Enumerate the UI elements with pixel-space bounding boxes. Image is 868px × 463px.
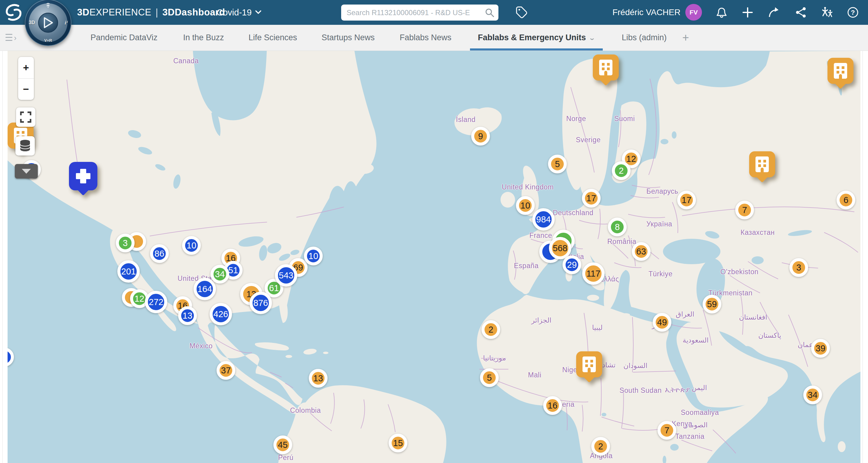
search-input[interactable] <box>341 4 498 21</box>
map-country-label: پاکستان <box>758 331 781 340</box>
cluster-marker[interactable]: 7 <box>735 201 754 220</box>
search-icon[interactable] <box>485 7 495 18</box>
layers-button[interactable] <box>16 136 35 155</box>
add-tab-button[interactable]: + <box>682 25 689 51</box>
cluster-marker[interactable]: 3 <box>789 258 808 277</box>
cluster-count: 86 <box>155 249 164 259</box>
cluster-count: 10 <box>521 201 530 211</box>
map-country-label: Deutschland <box>553 209 593 217</box>
fablab-pin[interactable] <box>828 58 854 84</box>
cluster-marker[interactable]: 5 <box>548 155 567 173</box>
user-name[interactable]: Frédéric VACHER <box>581 0 681 25</box>
cluster-count: 9 <box>478 131 483 141</box>
cluster-marker[interactable]: 13 <box>178 306 197 325</box>
pin-body <box>749 151 775 177</box>
share-nodes-icon[interactable] <box>794 5 808 20</box>
cluster-marker[interactable]: 10 <box>182 236 201 255</box>
compass-ii-label: iⁱ <box>65 20 67 26</box>
panel-toggle-icon[interactable]: › <box>5 33 19 43</box>
cluster-count: 3 <box>796 263 801 273</box>
cluster-marker[interactable]: 17 <box>582 189 601 208</box>
chevron-down-icon[interactable]: ⌄ <box>589 34 595 41</box>
cluster-marker[interactable]: 29 <box>562 255 581 274</box>
brand-dashboard: 3DDashboard <box>162 7 225 18</box>
bell-icon[interactable] <box>714 5 729 20</box>
tab-fablabs-emergency-units[interactable]: Fablabs & Emergency Units⌄ <box>478 25 595 51</box>
tab-pandemic-dataviz[interactable]: Pandemic DataViz <box>90 25 158 51</box>
emergency-unit-pin[interactable] <box>69 162 97 190</box>
fullscreen-button[interactable] <box>16 108 35 127</box>
map-country-label: Canada <box>173 57 199 65</box>
tab-fablabs-news[interactable]: Fablabs News <box>400 25 451 51</box>
fablab-pin[interactable] <box>749 151 775 177</box>
community-icon[interactable] <box>819 5 834 20</box>
cluster-marker[interactable]: 2 <box>591 437 610 456</box>
cluster-count: 8 <box>615 222 620 232</box>
map-country-label: Suomi <box>614 115 635 123</box>
tab-label: Life Sciences <box>249 33 297 42</box>
cluster-marker[interactable]: 16 <box>543 396 562 415</box>
cluster-marker[interactable]: 3 <box>116 234 134 252</box>
cluster-marker[interactable]: 9 <box>471 127 490 146</box>
cluster-marker[interactable]: 2 <box>482 320 500 339</box>
tab-in-the-buzz[interactable]: In the Buzz <box>183 25 224 51</box>
avatar[interactable]: FV <box>685 4 702 21</box>
cluster-marker[interactable]: 543 <box>275 264 297 287</box>
cluster-marker[interactable]: 34 <box>211 265 229 284</box>
3ds-logo[interactable] <box>4 2 24 22</box>
tag-icon[interactable] <box>514 5 529 20</box>
widget-edge-line-right <box>863 51 863 463</box>
cluster-count: 3 <box>123 238 128 248</box>
cluster-marker[interactable]: 117 <box>582 262 604 285</box>
fablab-pin[interactable] <box>593 55 619 81</box>
map-country-label: Казахстан <box>740 229 775 237</box>
zoom-in-button[interactable]: + <box>18 57 34 79</box>
zoom-out-button[interactable]: − <box>18 79 34 100</box>
cluster-marker[interactable]: 37 <box>217 361 235 380</box>
help-icon[interactable]: ? <box>846 5 860 20</box>
3dexperience-compass[interactable]: 3D iⁱ V+R <box>25 0 71 46</box>
cluster-marker[interactable]: 10 <box>516 196 535 215</box>
cluster-marker[interactable]: 272 <box>145 291 167 313</box>
cluster-marker[interactable]: 13 <box>309 369 328 388</box>
map-country-label: México <box>190 342 213 350</box>
dashboard-selector[interactable]: Covid-19 <box>217 0 261 25</box>
compass-play[interactable] <box>38 13 58 33</box>
tab-label: Fablabs & Emergency Units <box>478 33 586 42</box>
fablab-pin[interactable] <box>576 351 602 377</box>
tab-startups-news[interactable]: Startups News <box>321 25 375 51</box>
cluster-marker[interactable]: 984 <box>532 208 555 231</box>
cluster-marker[interactable]: 876 <box>249 292 272 314</box>
cluster-marker[interactable]: 201 <box>117 260 140 283</box>
collapse-panel-button[interactable] <box>15 164 38 178</box>
map-country-label: Perú <box>278 454 294 462</box>
dashboard-tab-bar: › Pandemic DataVizIn the BuzzLife Scienc… <box>0 25 868 51</box>
map-country-label: Україна <box>646 220 672 228</box>
tab-label: In the Buzz <box>183 33 224 42</box>
cluster-marker[interactable]: 39 <box>811 339 830 358</box>
cluster-marker[interactable]: 6 <box>837 191 855 209</box>
add-icon[interactable] <box>740 5 755 20</box>
cluster-count: 7 <box>742 205 747 215</box>
cluster-marker[interactable]: 15 <box>389 434 407 453</box>
cluster-marker[interactable]: 63 <box>632 242 651 261</box>
cluster-marker[interactable]: 2 <box>612 161 630 180</box>
cluster-marker[interactable]: 45 <box>273 435 292 454</box>
cluster-marker[interactable]: 86 <box>150 244 169 263</box>
cluster-marker[interactable]: 164 <box>193 278 216 300</box>
fablabs-map[interactable]: + − CanadaÍslandNorgeSuomiSverigeUnited … <box>7 51 861 463</box>
share-arrow-icon[interactable] <box>767 5 781 20</box>
cluster-marker[interactable]: 5 <box>480 368 499 387</box>
cluster-marker[interactable]: 17 <box>677 191 696 209</box>
cluster-marker[interactable]: 7 <box>657 421 676 440</box>
triangle-down-icon <box>22 169 31 174</box>
cluster-marker[interactable]: 34 <box>803 385 822 404</box>
cluster-marker[interactable]: 426 <box>210 303 232 325</box>
cluster-marker[interactable]: 59 <box>703 295 721 314</box>
tab-life-sciences[interactable]: Life Sciences <box>249 25 297 51</box>
cluster-marker[interactable]: 8 <box>608 218 627 236</box>
tab-libs-admin-[interactable]: Libs (admin) <box>622 25 667 51</box>
pin-body <box>576 351 602 377</box>
cluster-marker[interactable]: 10 <box>304 247 323 265</box>
cluster-marker[interactable]: 49 <box>653 313 672 332</box>
